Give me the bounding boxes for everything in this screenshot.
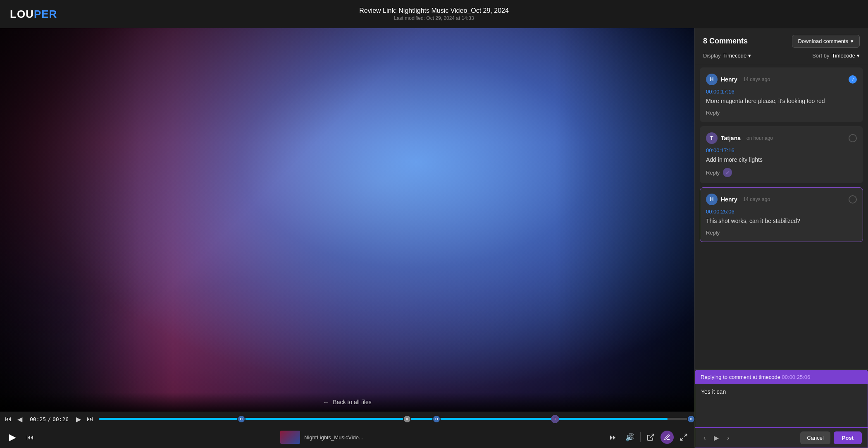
draw-button[interactable] bbox=[661, 431, 674, 444]
check-icon: ✓ bbox=[851, 77, 855, 82]
comment-check-1[interactable]: ✓ bbox=[849, 75, 857, 84]
thumbnail-area: NightLights_MusicVide... bbox=[41, 431, 603, 444]
reply-header-text: Replying to comment at timecode bbox=[701, 374, 780, 380]
comment-username-1: Henry bbox=[721, 76, 737, 83]
timeline[interactable]: H A H T H bbox=[99, 418, 691, 420]
comment-user-1: H Henry 14 days ago bbox=[706, 74, 770, 85]
chevron-down-icon: ▾ bbox=[748, 53, 751, 59]
video-scene bbox=[0, 28, 694, 412]
video-container: ← Back to all files bbox=[0, 28, 694, 412]
page-subtitle: Last modified: Oct 29, 2024 at 14:33 bbox=[359, 15, 509, 21]
cancel-button[interactable]: Cancel bbox=[800, 431, 830, 444]
reply-button-1[interactable]: Reply bbox=[706, 110, 720, 116]
display-label: Display bbox=[703, 53, 721, 59]
comment-timecode-2[interactable]: 00:00:17:16 bbox=[706, 147, 857, 153]
comment-footer-3: Reply bbox=[706, 230, 857, 236]
right-controls: 🔊 bbox=[624, 431, 689, 444]
comment-footer-2: Reply bbox=[706, 168, 857, 177]
back-arrow-icon: ← bbox=[323, 398, 329, 406]
comment-timecode-1[interactable]: 00:00:17:16 bbox=[706, 89, 857, 95]
nav-play-button[interactable]: ▶ bbox=[711, 433, 721, 443]
svg-line-1 bbox=[684, 434, 687, 437]
comment-user-3: H Henry 14 days ago bbox=[706, 194, 770, 205]
back-label: Back to all files bbox=[333, 399, 371, 405]
reply-header: Replying to comment at timecode 00:00:25… bbox=[695, 370, 868, 384]
controls-divider bbox=[640, 432, 641, 442]
timeline-marker-t[interactable]: T bbox=[551, 415, 559, 423]
comment-text-1: More magenta here please, it's looking t… bbox=[706, 97, 857, 105]
avatar-henry-1: H bbox=[706, 74, 718, 85]
video-panel: ← Back to all files ⏮ ◀ 00:25 / 00:26 bbox=[0, 28, 694, 448]
timeline-marker-a[interactable]: A bbox=[403, 415, 411, 423]
reply-button-2[interactable]: Reply bbox=[706, 170, 720, 176]
play-button[interactable]: ▶ bbox=[5, 430, 20, 445]
comment-check-3[interactable] bbox=[849, 195, 857, 204]
comment-header-1: H Henry 14 days ago ✓ bbox=[706, 74, 857, 85]
comment-text-2: Add in more city lights bbox=[706, 156, 857, 164]
comment-footer-1: Reply bbox=[706, 110, 857, 116]
go-to-first-button[interactable]: ⏮ bbox=[3, 414, 13, 424]
back-bar: ← Back to all files bbox=[0, 393, 694, 412]
comment-header-3: H Henry 14 days ago bbox=[706, 194, 857, 205]
volume-button[interactable]: 🔊 bbox=[624, 431, 636, 443]
display-value: Timecode bbox=[723, 53, 747, 59]
comments-filters: Display Timecode ▾ Sort by Timecode ▾ bbox=[703, 53, 860, 59]
sort-value: Timecode bbox=[832, 53, 855, 59]
display-select[interactable]: Timecode ▾ bbox=[723, 53, 751, 59]
comments-header-top: 8 Comments Download comments ▾ bbox=[703, 35, 860, 48]
chevron-down-icon: ▾ bbox=[851, 38, 854, 44]
reply-button-3[interactable]: Reply bbox=[706, 230, 720, 236]
frame-nav-controls-right: ▶ ⏭ bbox=[74, 414, 95, 425]
reply-buttons: Cancel Post bbox=[800, 431, 862, 444]
playback-controls: ▶ ⏮ NightLights_MusicVide... ⏭ 🔊 bbox=[0, 426, 694, 448]
comment-time-3: 14 days ago bbox=[743, 196, 770, 202]
frame-nav-controls: ⏮ ◀ bbox=[3, 414, 24, 425]
comments-list: H Henry 14 days ago ✓ 00:00:17:16 More m… bbox=[695, 64, 868, 369]
comment-time-1: 14 days ago bbox=[743, 77, 770, 82]
comments-header: 8 Comments Download comments ▾ Display T… bbox=[695, 28, 868, 64]
sort-filter: Sort by Timecode ▾ bbox=[812, 53, 860, 59]
nav-next-button[interactable]: › bbox=[725, 434, 732, 443]
nav-prev-button[interactable]: ‹ bbox=[701, 434, 708, 443]
sort-select[interactable]: Timecode ▾ bbox=[832, 53, 860, 59]
download-comments-button[interactable]: Download comments ▾ bbox=[792, 35, 860, 48]
reply-textarea-wrap bbox=[695, 384, 868, 428]
prev-frame-button[interactable]: ◀ bbox=[16, 414, 24, 425]
avatar-tatjana: T bbox=[706, 132, 718, 144]
post-button[interactable]: Post bbox=[834, 431, 862, 444]
timecode-current: 00:25 / 00:26 bbox=[30, 416, 69, 422]
timeline-marker-h2[interactable]: H bbox=[432, 415, 441, 423]
comments-count: 8 Comments bbox=[703, 37, 748, 46]
sort-label: Sort by bbox=[812, 53, 829, 59]
comment-time-2: on hour ago bbox=[746, 135, 773, 141]
comment-user-2: T Tatjana on hour ago bbox=[706, 132, 773, 144]
avatar-henry-2: H bbox=[706, 194, 718, 205]
reply-timecode: 00:00:25:06 bbox=[782, 374, 811, 380]
progress-section: ⏮ ◀ 00:25 / 00:26 ▶ ⏭ H A H bbox=[0, 412, 694, 426]
header-title: Review Link: Nightlights Music Video_Oct… bbox=[359, 7, 509, 21]
skip-fwd-button[interactable]: ⏭ bbox=[608, 431, 619, 443]
go-to-last-button[interactable]: ⏭ bbox=[85, 414, 95, 424]
reply-user-avatar bbox=[723, 168, 732, 177]
timeline-marker-h1[interactable]: H bbox=[237, 415, 246, 423]
comment-timecode-3[interactable]: 00:00:25:06 bbox=[706, 208, 857, 215]
comment-username-3: Henry bbox=[721, 196, 737, 203]
share-button[interactable] bbox=[645, 431, 656, 443]
next-frame-button[interactable]: ▶ bbox=[74, 414, 83, 425]
timeline-progress bbox=[99, 418, 668, 420]
comment-card-3: H Henry 14 days ago 00:00:25:06 This sho… bbox=[700, 187, 863, 242]
fullscreen-button[interactable] bbox=[678, 431, 689, 443]
replay-nav: ‹ ▶ › bbox=[701, 433, 732, 443]
chevron-down-icon: ▾ bbox=[857, 53, 860, 59]
timeline-marker-h3[interactable]: H bbox=[687, 415, 695, 423]
comment-check-2[interactable] bbox=[849, 134, 857, 142]
video-title: NightLights_MusicVide... bbox=[304, 434, 363, 441]
main-content: ← Back to all files ⏮ ◀ 00:25 / 00:26 bbox=[0, 28, 868, 448]
reply-input-container: Replying to comment at timecode 00:00:25… bbox=[695, 369, 868, 448]
back-to-files-link[interactable]: ← Back to all files bbox=[323, 398, 371, 406]
svg-line-0 bbox=[650, 434, 653, 438]
controls-bar: ⏮ ◀ 00:25 / 00:26 ▶ ⏭ H A H bbox=[0, 412, 694, 448]
reply-textarea[interactable] bbox=[701, 388, 862, 422]
page-title: Review Link: Nightlights Music Video_Oct… bbox=[359, 7, 509, 14]
skip-back-button[interactable]: ⏮ bbox=[25, 431, 36, 443]
